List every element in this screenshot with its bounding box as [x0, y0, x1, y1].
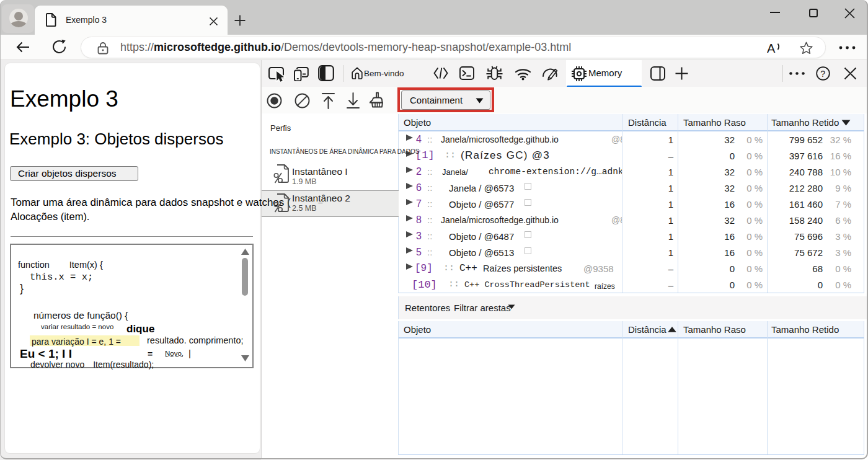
svg-text:?: ? — [820, 69, 825, 79]
svg-text:A: A — [767, 42, 776, 55]
